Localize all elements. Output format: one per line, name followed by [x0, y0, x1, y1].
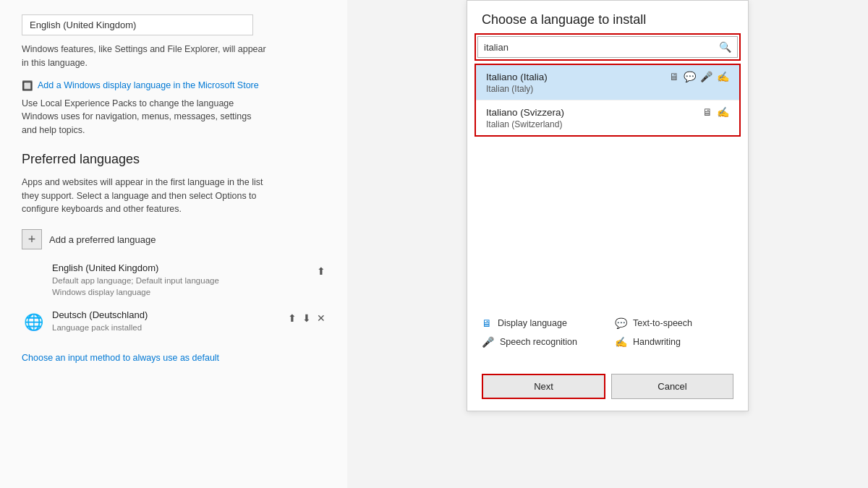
cancel-button[interactable]: Cancel: [611, 374, 733, 399]
deutsch-lang-actions: ⬆ ⬇ ✕: [288, 312, 326, 324]
speech-icon: 🎤: [700, 71, 712, 82]
feature-handwriting-label: Handwriting: [633, 337, 681, 347]
deutsch-up-icon[interactable]: ⬆: [288, 312, 297, 324]
deutsch-lang-sub1: Language pack installed: [52, 322, 281, 333]
dialog-title: Choose a language to install: [467, 1, 748, 33]
store-icon: 🔲: [22, 80, 33, 91]
italiano-italia-name: Italiano (Italia): [486, 72, 548, 82]
svg-text:🌐: 🌐: [24, 266, 43, 285]
add-language-button[interactable]: +: [22, 229, 42, 249]
left-panel: English (United Kingdom) Windows feature…: [0, 0, 347, 488]
handwriting-icon: ✍️: [717, 71, 729, 82]
english-lang-actions: ⬆: [317, 265, 326, 277]
preferred-languages-title: Preferred languages: [22, 152, 326, 167]
search-wrapper: 🔍: [477, 36, 738, 58]
store-link-text[interactable]: Add a Windows display language in the Mi…: [38, 80, 259, 90]
default-input-link[interactable]: Choose an input method to always use as …: [22, 353, 219, 363]
next-button[interactable]: Next: [482, 374, 605, 399]
deutsch-down-icon[interactable]: ⬇: [302, 312, 311, 324]
english-lang-sub1: Default app language; Default input lang…: [52, 275, 310, 286]
feature-handwriting: ✍️ Handwriting: [615, 336, 733, 348]
language-item-deutsch[interactable]: 🌐 Deutsch (Deutschland) Language pack in…: [22, 309, 326, 334]
deutsch-lang-name: Deutsch (Deutschland): [52, 309, 281, 320]
dialog-buttons: Next Cancel: [467, 368, 748, 411]
italiano-italia-icons: 🖥 💬 🎤 ✍️: [669, 71, 729, 82]
feature-display-icon: 🖥: [482, 317, 492, 329]
features-section: 🖥 Display language 💬 Text-to-speech 🎤 Sp…: [467, 306, 748, 368]
language-list-item-italiano-svizzera[interactable]: Italiano (Svizzera) 🖥 ✍️ Italian (Switze…: [476, 100, 739, 135]
search-icon: 🔍: [713, 37, 737, 57]
language-selector[interactable]: English (United Kingdom): [22, 14, 253, 35]
features-grid: 🖥 Display language 💬 Text-to-speech 🎤 Sp…: [482, 317, 733, 348]
add-language-label: Add a preferred language: [49, 234, 156, 245]
store-link[interactable]: 🔲 Add a Windows display language in the …: [22, 80, 326, 91]
display-lang-icon-2: 🖥: [702, 106, 712, 118]
english-options-icon[interactable]: ⬆: [317, 265, 326, 277]
store-link-desc: Use Local Experience Packs to change the…: [22, 97, 268, 137]
feature-speech-label: Speech recognition: [500, 337, 577, 347]
feature-display-label: Display language: [498, 318, 567, 328]
english-lang-info: English (United Kingdom) Default app lan…: [52, 262, 310, 298]
english-lang-icon: 🌐: [22, 264, 45, 287]
feature-speech-recognition: 🎤 Speech recognition: [482, 336, 600, 348]
add-language-row[interactable]: + Add a preferred language: [22, 229, 326, 249]
english-lang-name: English (United Kingdom): [52, 262, 310, 273]
feature-speech-icon: 🎤: [482, 336, 494, 348]
italiano-svizzera-sub: Italian (Switzerland): [486, 119, 729, 129]
italiano-italia-sub: Italian (Italy): [486, 84, 729, 94]
handwriting-icon-2: ✍️: [717, 106, 729, 118]
language-list-item-italiano-italia[interactable]: Italiano (Italia) 🖥 💬 🎤 ✍️ Italian (Ital…: [476, 65, 739, 100]
choose-language-dialog: Choose a language to install 🔍 Italiano …: [467, 0, 749, 411]
italiano-svizzera-name: Italiano (Svizzera): [486, 107, 564, 118]
windows-features-desc: Windows features, like Settings and File…: [22, 43, 268, 70]
deutsch-lang-info: Deutsch (Deutschland) Language pack inst…: [52, 309, 281, 333]
feature-tts-label: Text-to-speech: [633, 318, 692, 328]
feature-tts-icon: 💬: [615, 317, 627, 329]
language-item-english[interactable]: 🌐 English (United Kingdom) Default app l…: [22, 262, 326, 298]
dialog-spacer: [467, 140, 748, 306]
text-to-speech-icon: 💬: [684, 71, 696, 82]
deutsch-lang-icon: 🌐: [22, 311, 45, 334]
preferred-languages-desc: Apps and websites will appear in the fir…: [22, 176, 268, 216]
display-lang-icon: 🖥: [669, 71, 679, 82]
english-lang-sub2: Windows display language: [52, 286, 310, 298]
language-search-input[interactable]: [478, 38, 713, 57]
feature-text-to-speech: 💬 Text-to-speech: [615, 317, 733, 329]
deutsch-remove-icon[interactable]: ✕: [317, 312, 326, 324]
feature-handwriting-icon: ✍️: [615, 336, 627, 348]
svg-text:🌐: 🌐: [24, 313, 43, 332]
feature-display-language: 🖥 Display language: [482, 317, 600, 329]
right-panel: Choose a language to install 🔍 Italiano …: [347, 0, 868, 488]
italiano-svizzera-icons: 🖥 ✍️: [702, 106, 729, 118]
